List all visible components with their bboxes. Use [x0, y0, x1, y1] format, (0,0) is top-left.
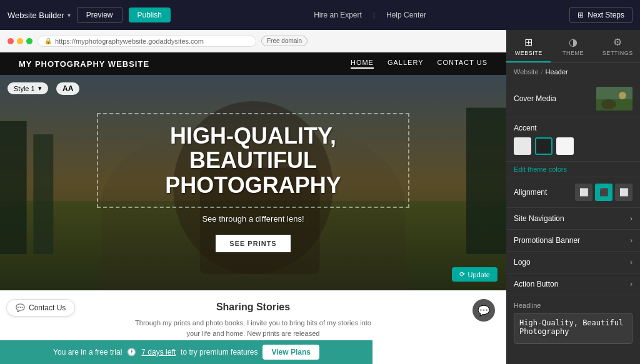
hire-expert-link[interactable]: Hire an Expert	[314, 11, 362, 19]
top-bar: Website Builder ▾ Preview Publish Hire a…	[0, 0, 640, 30]
site-navigation-chevron-icon: ›	[630, 214, 632, 223]
trial-clock-icon: 🕐	[127, 348, 136, 357]
url-text: https://myphotographywebsite.godaddysite…	[55, 37, 204, 45]
site-navigation-label: Site Navigation	[514, 214, 564, 223]
site-nav: HOME GALLERY CONTACT US	[351, 59, 488, 69]
headline-input[interactable]	[514, 313, 632, 344]
accent-label: Accent	[514, 124, 632, 132]
hero-section: Style 1 ▾ AA HIGH-QUALITY, BEAUTIFUL PHO…	[0, 75, 506, 290]
next-steps-label: Next Steps	[588, 11, 624, 19]
next-steps-icon: ⊞	[578, 11, 584, 19]
action-button-label: Action Button	[514, 280, 558, 288]
align-left-button[interactable]: ⬜	[575, 184, 592, 201]
contact-label: Contact Us	[29, 303, 66, 312]
align-right-button[interactable]: ⬜	[615, 184, 632, 201]
tab-settings-label: SETTINGS	[602, 50, 633, 56]
aa-pill[interactable]: AA	[56, 82, 79, 95]
brand: Website Builder ▾	[8, 11, 71, 20]
action-button-row[interactable]: Action Button ›	[506, 273, 640, 295]
browser-bar: 🔒 https://myphotographywebsite.godaddysi…	[0, 30, 506, 52]
trial-days-left[interactable]: 7 days left	[141, 348, 176, 357]
breadcrumb-parent[interactable]: Website	[514, 68, 539, 76]
brand-label: Website Builder	[8, 11, 64, 20]
breadcrumb-separator: /	[541, 68, 543, 76]
main-layout: 🔒 https://myphotographywebsite.godaddysi…	[0, 30, 640, 364]
brand-chevron-icon: ▾	[68, 12, 71, 19]
cover-media-thumb-image	[596, 87, 632, 111]
promotional-banner-row[interactable]: Promotional Banner ›	[506, 230, 640, 252]
contact-button[interactable]: 💬 Contact Us	[6, 299, 75, 317]
align-left-icon: ⬜	[579, 188, 589, 197]
theme-icon: ◑	[569, 36, 578, 48]
breadcrumb-current: Header	[546, 68, 568, 76]
lock-icon: 🔒	[44, 37, 52, 44]
headline-section: Headline	[506, 295, 640, 353]
align-right-icon: ⬜	[619, 188, 629, 197]
style-pill[interactable]: Style 1 ▾	[8, 82, 48, 94]
logo-row[interactable]: Logo ›	[506, 252, 640, 273]
action-button-chevron-icon: ›	[630, 280, 632, 288]
swatch-light[interactable]	[556, 137, 574, 155]
chat-icon[interactable]: 💬	[472, 299, 495, 322]
svg-point-10	[619, 92, 626, 99]
nav-gallery[interactable]: GALLERY	[388, 59, 424, 69]
cover-media-thumbnail[interactable]	[596, 87, 632, 111]
svg-point-11	[601, 99, 616, 109]
site-navigation-row[interactable]: Site Navigation ›	[506, 208, 640, 230]
browser-url-bar[interactable]: 🔒 https://myphotographywebsite.godaddysi…	[38, 36, 256, 47]
dot-yellow	[17, 38, 23, 44]
site-logo: MY PHOTOGRAPHY WEBSITE	[19, 59, 149, 69]
align-center-button[interactable]: ⬛	[595, 184, 612, 201]
logo-chevron-icon: ›	[630, 258, 632, 267]
logo-label: Logo	[514, 258, 531, 267]
website-icon: ⊞	[524, 36, 532, 48]
hero-cta-button[interactable]: SEE PRINTS	[216, 235, 290, 252]
sharing-text: Through my prints and photo books, I inv…	[134, 318, 372, 338]
tab-theme[interactable]: ◑ THEME	[551, 30, 595, 62]
right-panel: ⊞ WEBSITE ◑ THEME ⚙ SETTINGS Website / H…	[506, 30, 640, 364]
style-chevron-icon: ▾	[38, 84, 42, 92]
edit-theme-colors-link[interactable]: Edit theme colors	[506, 162, 640, 177]
promotional-banner-label: Promotional Banner	[514, 236, 580, 245]
tab-settings[interactable]: ⚙ SETTINGS	[596, 30, 640, 62]
sharing-title: Sharing Stories	[19, 302, 488, 313]
hero-title[interactable]: HIGH-QUALITY, BEAUTIFUL PHOTOGRAPHY	[97, 113, 409, 209]
swatch-dark[interactable]	[535, 137, 552, 155]
help-center-link[interactable]: Help Center	[386, 11, 426, 19]
chat-small-icon: 💬	[16, 303, 25, 312]
update-button[interactable]: ⟳ Update	[452, 267, 498, 282]
view-plans-button[interactable]: View Plans	[262, 345, 319, 360]
preview-button[interactable]: Preview	[77, 7, 122, 23]
site-preview: MY PHOTOGRAPHY WEBSITE HOME GALLERY CONT…	[0, 52, 506, 364]
swatch-white[interactable]	[514, 137, 531, 155]
preview-area: 🔒 https://myphotographywebsite.godaddysi…	[0, 30, 506, 364]
hero-content: HIGH-QUALITY, BEAUTIFUL PHOTOGRAPHY See …	[0, 75, 506, 290]
trial-bar: You are in a free trial 🕐 7 days left to…	[0, 340, 372, 364]
contact-bar: 💬 Contact Us	[6, 299, 75, 317]
cover-media-section: Cover Media	[506, 81, 640, 117]
cover-media-label: Cover Media	[514, 94, 556, 103]
update-icon: ⟳	[459, 270, 465, 278]
cover-media-row: Cover Media	[514, 87, 632, 111]
alignment-buttons: ⬜ ⬛ ⬜	[575, 184, 632, 201]
next-steps-button[interactable]: ⊞ Next Steps	[569, 7, 632, 23]
tab-theme-label: THEME	[562, 50, 584, 56]
trial-text1: You are in a free trial	[53, 348, 122, 357]
free-domain-button[interactable]: Free domain	[261, 36, 308, 46]
tab-website-label: WEBSITE	[515, 50, 542, 56]
top-bar-center: Hire an Expert | Help Center	[177, 11, 563, 19]
nav-home[interactable]: HOME	[351, 59, 374, 69]
tab-website[interactable]: ⊞ WEBSITE	[506, 30, 551, 62]
browser-dots	[8, 38, 32, 44]
promotional-banner-chevron-icon: ›	[630, 236, 632, 245]
settings-icon: ⚙	[613, 36, 622, 48]
publish-button[interactable]: Publish	[129, 7, 171, 22]
nav-contact[interactable]: CONTACT US	[438, 59, 488, 69]
update-label: Update	[468, 271, 490, 278]
dot-red	[8, 38, 14, 44]
dot-green	[26, 38, 32, 44]
style-label: Style 1	[14, 85, 35, 92]
breadcrumb: Website / Header	[506, 63, 640, 81]
site-header: MY PHOTOGRAPHY WEBSITE HOME GALLERY CONT…	[0, 52, 506, 75]
alignment-label: Alignment	[514, 188, 547, 197]
